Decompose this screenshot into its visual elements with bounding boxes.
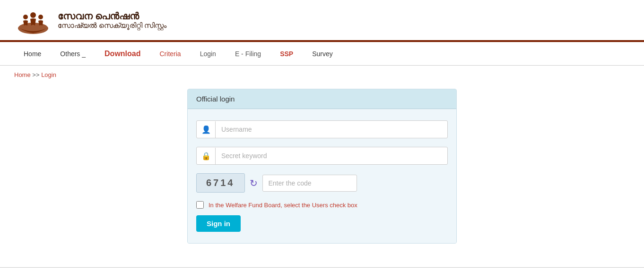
nav-survey[interactable]: Survey — [303, 43, 342, 64]
nav-ssp[interactable]: SSP — [270, 43, 303, 64]
login-box: Official login 👤 🔒 6714 ↻ In th — [187, 89, 457, 244]
lock-icon: 🔒 — [197, 148, 216, 164]
navbar: Home Others _ Download Criteria Login E … — [0, 42, 644, 66]
nav-others[interactable]: Others _ — [51, 43, 95, 64]
checkbox-row: In the Welfare Fund Board, select the Us… — [196, 201, 448, 209]
password-input[interactable] — [216, 147, 447, 164]
user-icon: 👤 — [197, 121, 216, 138]
logo-text: സേവന പെൻഷൻ സോഷ്യൽ സെക്യൂരിറ്റി സിസ്റ്റം — [58, 11, 166, 30]
login-body: 👤 🔒 6714 ↻ In the Welfare Fund Board, se… — [188, 109, 456, 243]
header: സേവന പെൻഷൻ സോഷ്യൽ സെക്യൂരിറ്റി സിസ്റ്റം — [0, 0, 644, 40]
password-row: 🔒 — [196, 147, 448, 165]
login-title: Official login — [196, 95, 235, 103]
nav-efiling[interactable]: E - Filing — [226, 43, 270, 64]
nav-home[interactable]: Home — [14, 43, 51, 64]
captcha-row: 6714 ↻ — [196, 173, 448, 193]
logo-subtitle: സോഷ്യൽ സെക്യൂരിറ്റി സിസ്റ്റം — [58, 22, 166, 30]
main-content: Official login 👤 🔒 6714 ↻ In th — [0, 84, 644, 258]
signin-button[interactable]: Sign in — [196, 215, 241, 232]
breadcrumb: Home >> Login — [0, 66, 644, 84]
bottom-separator — [0, 267, 644, 268]
svg-point-2 — [23, 15, 28, 19]
checkbox-label: In the Welfare Fund Board, select the Us… — [209, 202, 357, 209]
svg-point-1 — [30, 12, 36, 18]
breadcrumb-home[interactable]: Home — [14, 71, 31, 78]
breadcrumb-separator: >> — [32, 71, 39, 78]
nav-login[interactable]: Login — [191, 43, 226, 64]
breadcrumb-current[interactable]: Login — [41, 71, 56, 78]
welfare-checkbox[interactable] — [196, 201, 204, 209]
refresh-captcha-icon[interactable]: ↻ — [250, 178, 258, 189]
svg-point-3 — [38, 15, 43, 19]
nav-download[interactable]: Download — [95, 43, 150, 65]
logo-icon — [14, 5, 52, 35]
username-input[interactable] — [216, 121, 447, 138]
username-row: 👤 — [196, 120, 448, 138]
captcha-input[interactable] — [262, 175, 357, 192]
logo-area: സേവന പെൻഷൻ സോഷ്യൽ സെക്യൂരിറ്റി സിസ്റ്റം — [14, 5, 166, 35]
logo-title: സേവന പെൻഷൻ — [58, 11, 166, 22]
login-header: Official login — [188, 89, 456, 109]
nav-criteria[interactable]: Criteria — [150, 43, 191, 64]
captcha-display: 6714 — [196, 173, 245, 193]
